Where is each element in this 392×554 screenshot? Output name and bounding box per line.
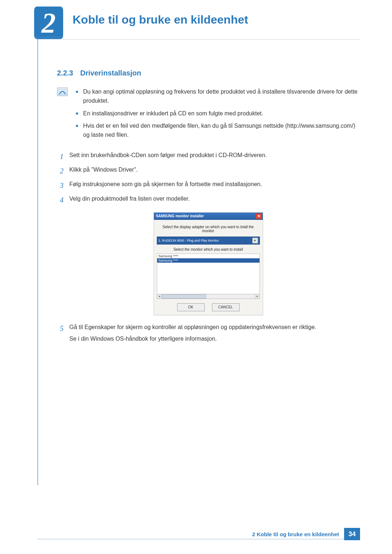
step-text-sub: Se i din Windows OS-håndbok for ytterlig…	[69, 334, 359, 344]
step-item: 1 Sett inn brukerhåndbok-CDen som følger…	[57, 151, 359, 162]
horizontal-scrollbar[interactable]: ◂ ▸	[157, 294, 260, 299]
note-list: Du kan angi optimal oppløsning og frekve…	[76, 87, 359, 143]
step-item: 2 Klikk på "Windows Driver".	[57, 165, 359, 177]
note-item: En installasjonsdriver er inkludert på C…	[76, 109, 359, 118]
step-item: 3 Følg instruksjonene som gis på skjerme…	[57, 180, 359, 191]
step-text: Velg din produktmodell fra listen over m…	[69, 194, 359, 206]
steps-list: 1 Sett inn brukerhåndbok-CDen som følger…	[57, 151, 359, 206]
adapter-dropdown[interactable]: 1. RADEON 9550 : Plug and Play Monitor ▾	[157, 237, 260, 245]
list-item[interactable]: Samsung ****	[157, 254, 260, 258]
cancel-button[interactable]: CANCEL	[212, 303, 240, 311]
steps-list-continued: 5 Gå til Egenskaper for skjerm og kontro…	[57, 323, 359, 343]
step-number: 4	[57, 194, 64, 206]
section-number: 2.2.3	[57, 69, 73, 77]
scroll-left-icon[interactable]: ◂	[157, 294, 162, 299]
monitor-listbox[interactable]: Samsung **** Samsung ****	[157, 254, 260, 294]
note-text: Du kan angi optimal oppløsning og frekve…	[83, 87, 359, 106]
chevron-down-icon[interactable]: ▾	[252, 238, 258, 243]
step-text: Sett inn brukerhåndbok-CDen som følger m…	[69, 151, 359, 162]
adapter-selected: 1. RADEON 9550 : Plug and Play Monitor	[159, 239, 252, 242]
installer-titlebar: SAMSUNG monitor installer ✕	[154, 213, 263, 220]
installer-instruction-2: Select the monitor which you want to ins…	[157, 247, 260, 251]
footer-text: 2 Koble til og bruke en kildeenhet	[252, 531, 344, 537]
content-area: 2.2.3 Driverinstallasjon Du kan angi opt…	[57, 69, 359, 346]
step-item: 5 Gå til Egenskaper for skjerm og kontro…	[57, 323, 359, 343]
bullet-icon	[76, 125, 78, 127]
left-margin-rule	[37, 7, 38, 485]
document-page: { "chapter": { "number": "2", "title": "…	[0, 0, 392, 554]
step-number: 1	[57, 151, 64, 162]
step-item: 4 Velg din produktmodell fra listen over…	[57, 194, 359, 206]
chapter-number: 2	[42, 9, 56, 37]
page-footer: 2 Koble til og bruke en kildeenhet 34	[252, 528, 360, 540]
step-text: Gå til Egenskaper for skjerm og kontroll…	[69, 323, 359, 343]
close-icon[interactable]: ✕	[256, 213, 262, 219]
chapter-title: Koble til og bruke en kildeenhet	[73, 13, 248, 26]
installer-title: SAMSUNG monitor installer	[156, 214, 204, 218]
bullet-icon	[76, 112, 78, 115]
step-text: Klikk på "Windows Driver".	[69, 165, 359, 177]
section-title: Driverinstallasjon	[80, 69, 141, 77]
scroll-right-icon[interactable]: ▸	[255, 294, 260, 299]
installer-body: Select the display adapter on which you …	[154, 220, 263, 315]
bullet-icon	[76, 91, 78, 93]
installer-instruction-1: Select the display adapter on which you …	[157, 225, 260, 233]
note-text: Hvis det er en feil ved den medfølgende …	[83, 122, 359, 140]
installer-button-row: OK CANCEL	[157, 303, 260, 311]
step-number: 5	[57, 323, 64, 343]
chapter-badge-shape: 2	[34, 7, 63, 39]
note-item: Hvis det er en feil ved den medfølgende …	[76, 122, 359, 140]
note-text: En installasjonsdriver er inkludert på C…	[83, 109, 359, 118]
step-text: Følg instruksjonene som gis på skjermen …	[69, 180, 359, 191]
scroll-thumb[interactable]	[162, 294, 206, 299]
ok-button[interactable]: OK	[177, 303, 205, 311]
step-text-main: Gå til Egenskaper for skjerm og kontroll…	[69, 324, 316, 330]
step-number: 2	[57, 165, 64, 177]
header-divider	[62, 39, 359, 40]
note-icon	[57, 87, 68, 96]
note-block: Du kan angi optimal oppløsning og frekve…	[57, 87, 359, 143]
chapter-badge: 2	[34, 7, 63, 39]
note-item: Du kan angi optimal oppløsning og frekve…	[76, 87, 359, 106]
step-number: 3	[57, 180, 64, 191]
list-item-selected[interactable]: Samsung ****	[157, 258, 260, 263]
section-heading: 2.2.3 Driverinstallasjon	[57, 69, 359, 77]
installer-dialog: SAMSUNG monitor installer ✕ Select the d…	[154, 212, 263, 315]
scroll-track[interactable]	[162, 294, 255, 299]
page-number: 34	[344, 528, 360, 540]
